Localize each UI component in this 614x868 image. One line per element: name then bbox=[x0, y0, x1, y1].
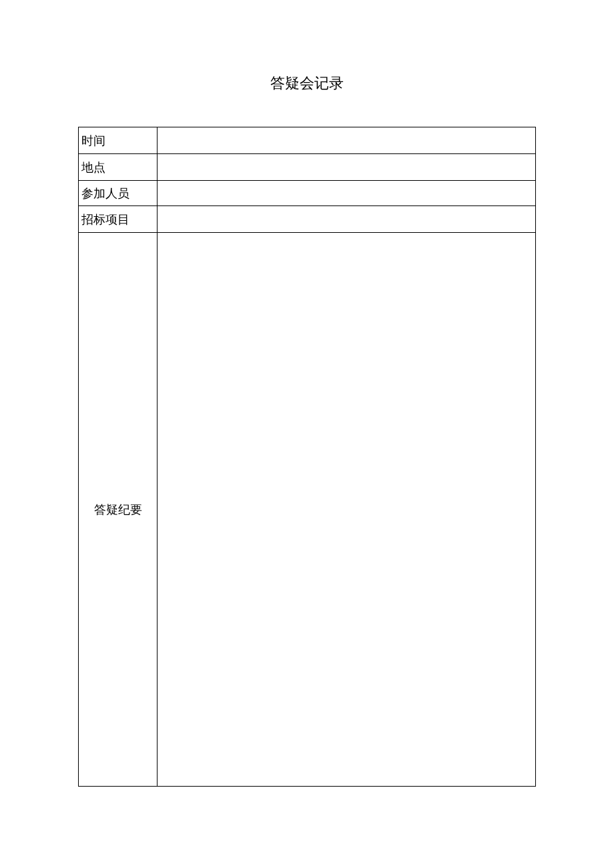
value-location bbox=[158, 154, 536, 181]
label-location: 地点 bbox=[79, 154, 158, 181]
document-page: 答疑会记录 时间 地点 参加人员 招标项目 答疑纪要 bbox=[0, 0, 614, 787]
row-project: 招标项目 bbox=[79, 206, 536, 233]
value-time bbox=[158, 127, 536, 154]
value-project bbox=[158, 206, 536, 233]
row-participants: 参加人员 bbox=[79, 181, 536, 206]
page-title: 答疑会记录 bbox=[78, 73, 536, 93]
label-summary: 答疑纪要 bbox=[79, 233, 158, 787]
row-location: 地点 bbox=[79, 154, 536, 181]
label-project: 招标项目 bbox=[79, 206, 158, 233]
label-time: 时间 bbox=[79, 127, 158, 154]
label-participants: 参加人员 bbox=[79, 181, 158, 206]
record-table: 时间 地点 参加人员 招标项目 答疑纪要 bbox=[78, 127, 536, 787]
value-participants bbox=[158, 181, 536, 206]
row-summary: 答疑纪要 bbox=[79, 233, 536, 787]
value-summary bbox=[158, 233, 536, 787]
row-time: 时间 bbox=[79, 127, 536, 154]
